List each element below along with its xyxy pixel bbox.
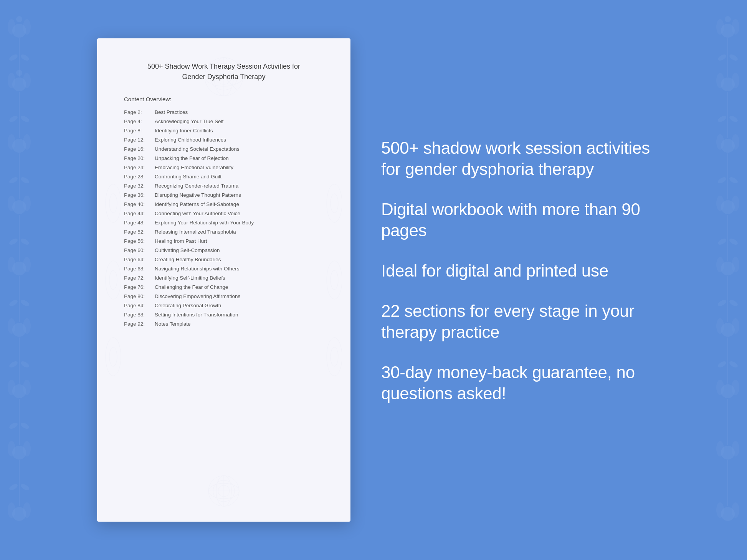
- toc-page-number: Page 64:: [124, 257, 155, 262]
- svg-point-28: [23, 502, 31, 518]
- svg-point-92: [729, 115, 739, 123]
- svg-point-16: [23, 257, 31, 272]
- svg-point-21: [8, 380, 15, 395]
- toc-page-number: Page 52:: [124, 229, 155, 235]
- svg-point-51: [8, 483, 19, 491]
- svg-point-54: [716, 19, 724, 35]
- svg-point-93: [717, 176, 727, 184]
- watermark-side-right: [323, 165, 346, 395]
- promo-text-3: 22 sections for every stage in your ther…: [381, 300, 650, 343]
- svg-point-73: [716, 380, 724, 395]
- table-row: Page 12:Exploring Childhood Influences: [124, 137, 324, 143]
- svg-point-19: [23, 318, 31, 334]
- svg-point-25: [23, 441, 31, 456]
- svg-point-111: [213, 480, 235, 502]
- svg-point-125: [327, 261, 342, 299]
- svg-point-70: [716, 318, 724, 334]
- svg-point-80: [732, 502, 739, 518]
- toc-page-number: Page 72:: [124, 275, 155, 281]
- table-row: Page 36:Disrupting Negative Thought Patt…: [124, 192, 324, 198]
- svg-point-114: [216, 476, 231, 506]
- svg-point-94: [729, 176, 739, 184]
- svg-point-41: [8, 176, 19, 184]
- table-row: Page 68:Navigating Relationships with Ot…: [124, 266, 324, 272]
- table-row: Page 84:Celebrating Personal Growth: [124, 303, 324, 308]
- toc-section-title: Confronting Shame and Guilt: [155, 174, 221, 180]
- svg-point-6: [23, 73, 31, 88]
- toc-section-title: Best Practices: [155, 109, 188, 115]
- toc-page-number: Page 80:: [124, 293, 155, 299]
- svg-point-121: [106, 338, 121, 376]
- toc-page-number: Page 60:: [124, 247, 155, 253]
- main-content: 500+ Shadow Work Therapy Session Activit…: [0, 0, 747, 560]
- svg-point-76: [716, 441, 724, 456]
- svg-point-96: [729, 237, 739, 246]
- svg-point-68: [732, 257, 739, 272]
- content-overview-header: Content Overview:: [124, 96, 324, 102]
- svg-point-112: [218, 485, 230, 497]
- promo-text-1: Digital workbook with more than 90 pages: [381, 199, 650, 241]
- table-of-contents: Page 2:Best PracticesPage 4:Acknowledgin…: [124, 109, 324, 327]
- toc-page-number: Page 88:: [124, 312, 155, 318]
- promo-item: Ideal for digital and printed use: [381, 260, 650, 281]
- toc-section-title: Discovering Empowering Affirmations: [155, 293, 240, 299]
- toc-page-number: Page 16:: [124, 146, 155, 152]
- svg-point-123: [327, 184, 342, 222]
- toc-section-title: Challenging the Fear of Change: [155, 284, 228, 290]
- toc-page-number: Page 4:: [124, 119, 155, 124]
- svg-point-27: [8, 502, 15, 518]
- svg-point-67: [716, 257, 724, 272]
- table-row: Page 64:Creating Healthy Boundaries: [124, 257, 324, 262]
- svg-point-64: [716, 196, 724, 211]
- promo-item: 30-day money-back guarantee, no question…: [381, 362, 650, 404]
- svg-point-39: [8, 115, 19, 123]
- svg-point-98: [729, 299, 739, 307]
- table-row: Page 28:Confronting Shame and Guilt: [124, 174, 324, 180]
- svg-point-2: [23, 19, 31, 35]
- svg-point-120: [109, 270, 117, 290]
- svg-point-1: [8, 19, 15, 35]
- toc-section-title: Identifying Patterns of Self-Sabotage: [155, 201, 239, 207]
- svg-point-9: [8, 134, 15, 150]
- promo-text-4: 30-day money-back guarantee, no question…: [381, 362, 650, 404]
- toc-page-number: Page 20:: [124, 155, 155, 161]
- svg-point-55: [732, 19, 739, 35]
- svg-point-58: [716, 73, 724, 88]
- svg-point-47: [8, 360, 19, 369]
- promo-item: 500+ shadow work session activities for …: [381, 137, 650, 180]
- svg-point-118: [109, 194, 117, 213]
- toc-page-number: Page 84:: [124, 303, 155, 308]
- promo-section: 500+ shadow work session activities for …: [381, 137, 650, 423]
- svg-point-77: [732, 441, 739, 456]
- svg-point-99: [717, 360, 727, 369]
- svg-point-59: [732, 73, 739, 88]
- svg-point-3: [16, 16, 22, 22]
- svg-point-44: [20, 237, 30, 246]
- svg-point-13: [23, 196, 31, 211]
- svg-point-90: [729, 53, 739, 62]
- toc-section-title: Disrupting Negative Thought Patterns: [155, 192, 241, 198]
- table-row: Page 92:Notes Template: [124, 321, 324, 327]
- toc-section-title: Identifying Self-Limiting Beliefs: [155, 275, 225, 281]
- toc-section-title: Cultivating Self-Compassion: [155, 247, 220, 253]
- toc-section-title: Navigating Relationships with Others: [155, 266, 240, 272]
- watermark-side-left: [102, 165, 125, 395]
- toc-section-title: Celebrating Personal Growth: [155, 303, 221, 308]
- svg-point-117: [106, 184, 121, 222]
- svg-point-49: [8, 422, 19, 430]
- svg-point-122: [109, 347, 117, 366]
- table-row: Page 80:Discovering Empowering Affirmati…: [124, 293, 324, 299]
- toc-section-title: Connecting with Your Authentic Voice: [155, 211, 240, 216]
- svg-point-15: [8, 257, 15, 272]
- toc-section-title: Identifying Inner Conflicts: [155, 128, 213, 133]
- toc-page-number: Page 40:: [124, 201, 155, 207]
- svg-point-61: [716, 134, 724, 150]
- svg-point-74: [732, 380, 739, 395]
- toc-section-title: Healing from Past Hurt: [155, 238, 207, 244]
- svg-point-126: [331, 270, 338, 290]
- svg-point-10: [23, 134, 31, 150]
- table-row: Page 20:Unpacking the Fear of Rejection: [124, 155, 324, 161]
- table-row: Page 76:Challenging the Fear of Change: [124, 284, 324, 290]
- toc-page-number: Page 56:: [124, 238, 155, 244]
- table-row: Page 44:Connecting with Your Authentic V…: [124, 211, 324, 216]
